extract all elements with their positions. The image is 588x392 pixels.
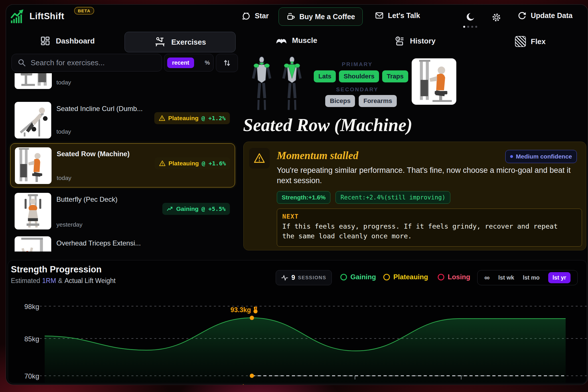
medal-icon (253, 307, 258, 314)
primary-muscle-pills: Lats Shoulders Traps (309, 70, 413, 82)
legend-losing: Losing (438, 273, 470, 281)
theme-pager-dots[interactable] (463, 26, 477, 28)
exercise-thumbnail (15, 147, 52, 184)
exercise-thumbnail (15, 193, 51, 229)
losing-ring-icon (438, 274, 444, 280)
insight-body: You're repeating similar performance. Th… (277, 165, 572, 186)
search-input[interactable]: Search for exercises... (11, 54, 162, 72)
insight-card: Momentum stalled Medium confidence You'r… (243, 142, 586, 250)
tab-history[interactable]: History (394, 35, 436, 46)
star-button[interactable]: Star (241, 11, 269, 21)
status-delta: @ +1.6% (202, 160, 226, 167)
strength-chip: Strength:+1.6% (277, 191, 330, 204)
tab-exercises-selected[interactable]: Exercises (125, 32, 236, 52)
list-item[interactable]: Seated Incline Curl (Dumb... Plateauing … (10, 96, 234, 140)
peak-annotation: 93.3kg (230, 306, 258, 314)
tab-dashboard-label: Dashboard (56, 37, 95, 45)
exercise-last-done: today (56, 128, 71, 135)
body-front-figure (248, 56, 275, 112)
chart-subtitle-suffix: Actual Lift Weight (64, 277, 116, 285)
status-text: Plateauing (169, 160, 199, 167)
search-icon (17, 58, 26, 67)
exercise-list: today Seated Incline Curl (Dumb... (6, 73, 241, 252)
github-icon (241, 11, 251, 21)
tab-muscle[interactable]: Muscle (276, 36, 317, 45)
muscle-diagram (248, 56, 306, 112)
app-window: LiftShift BETA Star Buy Me a Coffee Let'… (6, 4, 588, 385)
status-text: Gaining (176, 205, 199, 212)
coffee-label: Buy Me a Coffee (299, 13, 355, 21)
filter-last-month[interactable]: lst mo (523, 274, 540, 281)
legend-gaining-label: Gaining (350, 273, 376, 281)
sort-arrows-icon (223, 59, 231, 67)
strength-chip-label: Strength:+1.6% (282, 194, 325, 201)
chart-title: Strength Progression (11, 264, 102, 275)
chart-subtitle-amp: & (58, 277, 62, 285)
recent-chip: Recent:+2.4%(still improving) (336, 191, 450, 204)
list-item[interactable]: today (6, 73, 238, 89)
chart-subtitle-prefix: Estimated (11, 277, 40, 285)
pulse-icon (281, 275, 289, 281)
coffee-cup-icon (286, 12, 295, 21)
dark-mode-moon-icon[interactable] (465, 12, 475, 22)
medal-icon (252, 384, 257, 385)
legend-plateauing-label: Plateauing (393, 273, 428, 281)
sort-percent-button[interactable]: % (205, 60, 210, 66)
filter-last-week[interactable]: lst wk (498, 274, 514, 281)
next-advice-box: NEXT If this feels easy, progress. If it… (277, 209, 582, 247)
settings-gear-icon[interactable] (491, 12, 502, 23)
confidence-label: Medium confidence (516, 153, 572, 160)
next-body: If this feels easy, progress. If it feel… (282, 221, 573, 241)
peak-value: 93.3kg (230, 306, 251, 314)
floor-annotation-clipped: 70kg (235, 383, 257, 385)
beta-badge: BETA (74, 7, 94, 15)
list-item[interactable]: Butterfly (Pec Deck) Gaining @ +5.5% yes… (10, 189, 234, 233)
tab-flex-label: Flex (531, 37, 546, 46)
lets-talk-button[interactable]: Let's Talk (375, 11, 420, 20)
chart-subtitle-1rm: 1RM (42, 277, 56, 285)
muscle-icon (276, 37, 287, 45)
refresh-icon (517, 11, 527, 20)
muscle-pill: Forearms (359, 95, 396, 107)
muscle-pill: Biceps (325, 95, 355, 107)
exercise-name: Overhead Triceps Extensi... (56, 239, 141, 247)
secondary-muscles-label: SECONDARY (314, 86, 400, 93)
filter-all-time[interactable]: ∞ (484, 273, 490, 282)
sort-recent-button[interactable]: recent (167, 58, 194, 68)
sessions-label: SESSIONS (298, 275, 326, 281)
status-badge: Gaining @ +5.5% (162, 203, 230, 215)
history-icon (394, 35, 405, 46)
liftshift-logo-icon (9, 9, 25, 24)
plateauing-ring-icon (383, 274, 390, 280)
progression-chart[interactable] (6, 294, 588, 385)
next-label: NEXT (282, 213, 299, 220)
brand-block[interactable]: LiftShift (9, 9, 64, 24)
confidence-badge: Medium confidence (505, 150, 577, 163)
list-item-selected[interactable]: Seated Row (Machine) Plateauing @ +1.6% … (10, 143, 235, 187)
trend-up-icon (167, 206, 173, 212)
legend-losing-label: Losing (448, 273, 470, 281)
exercise-name: Seated Row (Machine) (57, 150, 130, 158)
sort-direction-button[interactable] (216, 54, 238, 72)
primary-muscles-label: PRIMARY (314, 61, 400, 68)
exercise-thumbnail (15, 236, 51, 252)
exercise-name: Butterfly (Pec Deck) (56, 195, 117, 203)
tab-dashboard[interactable]: Dashboard (40, 35, 95, 46)
warning-icon (253, 153, 265, 164)
list-item[interactable]: Overhead Triceps Extensi... (10, 235, 234, 252)
secondary-muscle-pills: Biceps Forearms (309, 95, 413, 107)
bench-press-icon (154, 36, 166, 48)
chart-subtitle: Estimated 1RM & Actual Lift Weight (11, 277, 116, 285)
sessions-button[interactable]: 9 SESSIONS (276, 270, 332, 285)
status-delta: @ +1.2% (202, 115, 226, 122)
tab-flex[interactable]: Flex (515, 36, 546, 47)
dashboard-grid-icon (40, 35, 51, 46)
flex-stripes-icon (515, 36, 526, 47)
star-label: Star (255, 12, 269, 20)
muscle-pill: Lats (314, 70, 336, 82)
filter-last-year-selected[interactable]: lst yr (548, 272, 571, 283)
exercise-title: Seated Row (Machine) (243, 115, 413, 136)
buy-me-a-coffee-button[interactable]: Buy Me a Coffee (279, 7, 363, 26)
update-data-button[interactable]: Update Data (517, 11, 573, 20)
status-text: Plateauing (168, 115, 199, 122)
